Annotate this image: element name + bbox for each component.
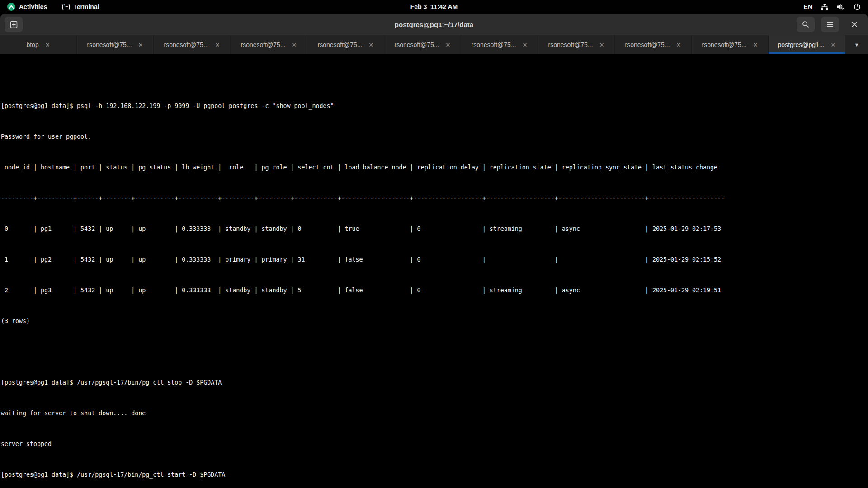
tab-close-icon[interactable]: ✕ (138, 42, 143, 48)
chevron-down-icon: ▼ (854, 42, 859, 47)
terminal-line: [postgres@pg1 data]$ psql -h 192.168.122… (1, 102, 867, 110)
gnome-top-bar: Activities Terminal Feb 3 11:42 AM EN (0, 0, 868, 14)
terminal-line: Password for user pgpool: (1, 133, 867, 141)
new-tab-button[interactable] (5, 17, 23, 32)
tab-label: btop (26, 41, 38, 48)
tab-label: rsonesoft@75... (318, 41, 363, 48)
wired-network-icon[interactable] (821, 3, 829, 10)
terminal-tab[interactable]: rsonesoft@75... ✕ (307, 35, 384, 54)
terminal-tab[interactable]: rsonesoft@75... ✕ (231, 35, 307, 54)
tab-label: rsonesoft@75... (625, 41, 670, 48)
tab-label: rsonesoft@75... (472, 41, 516, 48)
terminal-tab[interactable]: btop ✕ (0, 35, 77, 54)
close-icon (851, 21, 858, 28)
window-title: postgres@pg1:~/17/data (395, 21, 473, 28)
terminal-app-icon (62, 4, 70, 10)
terminal-line: [postgres@pg1 data]$ /usr/pgsql-17/bin/p… (1, 379, 867, 386)
tab-overflow-button[interactable]: ▼ (845, 35, 868, 54)
tab-close-icon[interactable]: ✕ (523, 42, 528, 48)
terminal-line: node_id | hostname | port | status | pg_… (1, 164, 867, 171)
tab-label: rsonesoft@75... (241, 41, 286, 48)
tab-close-icon[interactable]: ✕ (369, 42, 374, 48)
terminal-tab[interactable]: rsonesoft@75... ✕ (384, 35, 461, 54)
tab-close-icon[interactable]: ✕ (599, 42, 604, 48)
terminal-tab[interactable]: rsonesoft@75... ✕ (154, 35, 231, 54)
terminal-tab[interactable]: postgres@pg1... ✕ (769, 35, 845, 54)
terminal-line: waiting for server to shut down.... done (1, 409, 867, 417)
terminal-line: (3 rows) (1, 317, 867, 325)
distro-logo-icon (7, 3, 15, 11)
terminal-line: 0 | pg1 | 5432 | up | up | 0.333333 | st… (1, 225, 867, 233)
tab-close-icon[interactable]: ✕ (292, 42, 297, 48)
tab-close-icon[interactable]: ✕ (831, 42, 836, 48)
terminal-tab[interactable]: rsonesoft@75... ✕ (538, 35, 615, 54)
terminal-tab[interactable]: rsonesoft@75... ✕ (615, 35, 692, 54)
activities-label: Activities (19, 3, 47, 10)
tab-label: rsonesoft@75... (395, 41, 439, 48)
tab-close-icon[interactable]: ✕ (45, 42, 50, 48)
activities-button[interactable]: Activities (7, 3, 47, 11)
tab-strip: btop ✕ rsonesoft@75... ✕ rsonesoft@75...… (0, 35, 845, 54)
focused-app-indicator[interactable]: Terminal (62, 3, 99, 10)
terminal-line: server stopped (1, 440, 867, 448)
tab-close-icon[interactable]: ✕ (215, 42, 220, 48)
hamburger-menu-icon (826, 21, 834, 28)
close-window-button[interactable] (845, 17, 863, 32)
terminal-line: 1 | pg2 | 5432 | up | up | 0.333333 | pr… (1, 256, 867, 263)
terminal-content[interactable]: [postgres@pg1 data]$ psql -h 192.168.122… (0, 54, 868, 488)
terminal-tab[interactable]: rsonesoft@75... ✕ (692, 35, 769, 54)
terminal-tab[interactable]: rsonesoft@75... ✕ (77, 35, 154, 54)
terminal-tab[interactable]: rsonesoft@75... ✕ (461, 35, 538, 54)
volume-muted-icon[interactable] (837, 3, 845, 10)
search-icon (802, 21, 809, 28)
tab-label: rsonesoft@75... (164, 41, 209, 48)
tab-label: rsonesoft@75... (87, 41, 132, 48)
keyboard-layout-indicator[interactable]: EN (804, 3, 812, 10)
tab-label: postgres@pg1... (778, 41, 825, 48)
tab-label: rsonesoft@75... (702, 41, 747, 48)
menu-button[interactable] (821, 17, 839, 32)
terminal-line: ---------+----------+------+--------+---… (1, 194, 867, 202)
search-button[interactable] (797, 17, 815, 32)
tab-close-icon[interactable]: ✕ (753, 42, 758, 48)
terminal-window: postgres@pg1:~/17/data (0, 14, 868, 488)
terminal-scrollback: [postgres@pg1 data]$ psql -h 192.168.122… (1, 71, 867, 488)
tab-bar: btop ✕ rsonesoft@75... ✕ rsonesoft@75...… (0, 35, 868, 54)
tab-label: rsonesoft@75... (548, 41, 593, 48)
terminal-line: [postgres@pg1 data]$ /usr/pgsql-17/bin/p… (1, 471, 867, 479)
terminal-line (1, 348, 867, 356)
window-titlebar[interactable]: postgres@pg1:~/17/data (0, 14, 868, 35)
tab-close-icon[interactable]: ✕ (676, 42, 681, 48)
clock[interactable]: Feb 3 11:42 AM (410, 3, 458, 10)
terminal-line: 2 | pg3 | 5432 | up | up | 0.333333 | st… (1, 286, 867, 294)
tab-close-icon[interactable]: ✕ (446, 42, 451, 48)
power-icon[interactable] (854, 3, 861, 10)
focused-app-name: Terminal (73, 3, 99, 10)
